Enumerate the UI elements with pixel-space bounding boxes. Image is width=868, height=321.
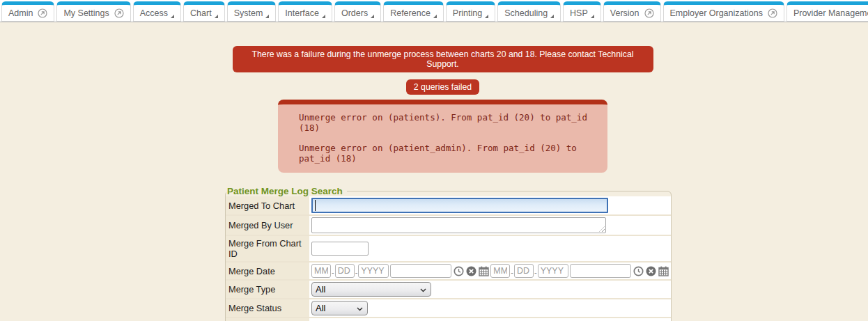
merge-type-label: Merge Type (226, 281, 309, 298)
merge-status-select[interactable]: All (311, 301, 368, 315)
merge-from-chart-id-input[interactable] (311, 242, 369, 256)
text-cursor (315, 200, 316, 211)
show-details-label: Show Details (226, 318, 309, 321)
tab-label: Provider Management (793, 8, 868, 18)
tab-system[interactable]: System (227, 1, 277, 22)
tab-label: Printing (453, 8, 482, 18)
menu-caret-icon (591, 15, 594, 18)
menu-caret-icon (215, 15, 218, 18)
merge-date-to-dd-input[interactable] (514, 264, 534, 278)
row-merge-type: Merge Type All (226, 279, 671, 298)
tab-label: Version (610, 8, 640, 18)
tab-label: Access (140, 8, 168, 18)
merge-type-selected-value: All (316, 284, 325, 295)
row-merged-by-user: Merged By User (226, 214, 671, 235)
merged-by-user-label: Merged By User (226, 216, 309, 235)
tab-label: Chart (190, 8, 212, 18)
clock-icon[interactable] (454, 266, 464, 276)
menu-caret-icon (265, 15, 269, 18)
clock-icon[interactable] (633, 266, 644, 276)
menu-caret-icon (171, 15, 174, 18)
date-separator: - (332, 268, 334, 276)
tab-label: Admin (8, 8, 33, 18)
unmerge-error-line: Unmerge error on (patient_admin). From p… (299, 143, 600, 164)
unmerge-error-line: Unmerge error on (patients). From pat_id… (299, 112, 600, 133)
tab-label: Reference (390, 8, 431, 18)
main-content: There was a failure during the unmerge p… (225, 22, 660, 321)
menu-caret-icon (485, 15, 488, 18)
merge-date-from-dd-input[interactable] (335, 264, 355, 278)
external-link-icon[interactable] (38, 8, 47, 18)
patient-merge-log-search-form: Patient Merge Log Search Merged To Chart… (225, 186, 672, 321)
queries-failed-badge: 2 queries failed (406, 79, 479, 95)
row-merge-status: Merge Status All (226, 298, 671, 317)
tab-access[interactable]: Access (133, 1, 181, 22)
merge-date-from-mm-input[interactable] (311, 264, 331, 278)
tab-interface[interactable]: Interface (278, 1, 332, 22)
row-show-details: Show Details (226, 317, 671, 321)
tab-printing[interactable]: Printing (446, 1, 495, 22)
clear-date-icon[interactable] (466, 266, 476, 276)
tab-scheduling[interactable]: Scheduling (497, 1, 561, 22)
chevron-down-icon (420, 284, 426, 295)
menu-caret-icon (433, 15, 437, 18)
clear-date-icon[interactable] (646, 266, 656, 276)
tab-reference[interactable]: Reference (383, 1, 444, 22)
calendar-icon[interactable] (658, 266, 669, 276)
merge-date-from-time-input[interactable] (390, 264, 451, 278)
tab-label: Employer Organizations (670, 8, 763, 18)
tab-my-settings[interactable]: My Settings (56, 1, 130, 22)
error-banner: There was a failure during the unmerge p… (233, 46, 653, 72)
tab-version[interactable]: Version (603, 1, 661, 22)
merge-date-from-group: - - (311, 264, 489, 278)
merge-date-label: Merge Date (226, 263, 309, 279)
menu-caret-icon (550, 15, 554, 18)
row-merge-from-chart-id: Merge From Chart ID (226, 235, 671, 261)
tab-orders[interactable]: Orders (334, 1, 381, 22)
merge-date-to-group: - - (490, 264, 668, 278)
row-merge-date: Merge Date - - - - (226, 261, 671, 279)
tab-label: System (234, 8, 263, 18)
merged-by-user-textarea[interactable] (311, 217, 606, 233)
chevron-down-icon (357, 303, 363, 313)
unmerge-error-details: Unmerge error on (patients). From pat_id… (278, 100, 607, 173)
row-merged-to-chart: Merged To Chart (226, 196, 671, 214)
merge-date-to-mm-input[interactable] (490, 264, 510, 278)
tab-bar: AdminMy SettingsAccessChartSystemInterfa… (0, 0, 868, 22)
date-separator: - (511, 268, 513, 276)
calendar-icon[interactable] (479, 266, 489, 276)
date-separator: - (534, 268, 537, 276)
tab-label: Scheduling (504, 8, 548, 18)
tab-label: Interface (285, 8, 319, 18)
tab-chart[interactable]: Chart (183, 1, 225, 22)
merge-from-chart-id-label: Merge From Chart ID (226, 236, 309, 261)
date-separator: - (355, 268, 358, 276)
tab-employer-organizations[interactable]: Employer Organizations (663, 1, 784, 22)
tab-admin[interactable]: Admin (1, 1, 54, 22)
tab-label: My Settings (63, 8, 109, 18)
external-link-icon[interactable] (644, 8, 654, 18)
merge-date-to-time-input[interactable] (570, 264, 631, 278)
external-link-icon[interactable] (768, 8, 777, 18)
tab-provider-management[interactable]: Provider Management (786, 1, 868, 22)
merge-status-selected-value: All (316, 303, 325, 313)
tab-hsp[interactable]: HSP (563, 1, 601, 22)
menu-caret-icon (322, 15, 325, 18)
merge-status-label: Merge Status (226, 299, 309, 317)
form-title: Patient Merge Log Search (226, 186, 347, 196)
external-link-icon[interactable] (114, 8, 124, 18)
merge-date-to-yyyy-input[interactable] (538, 264, 568, 278)
merged-to-chart-input[interactable] (311, 198, 608, 213)
tab-label: HSP (570, 8, 588, 18)
merge-date-from-yyyy-input[interactable] (358, 264, 389, 278)
tab-label: Orders (341, 8, 368, 18)
merge-type-select[interactable]: All (311, 282, 431, 297)
merged-to-chart-label: Merged To Chart (226, 196, 309, 214)
menu-caret-icon (371, 15, 374, 18)
